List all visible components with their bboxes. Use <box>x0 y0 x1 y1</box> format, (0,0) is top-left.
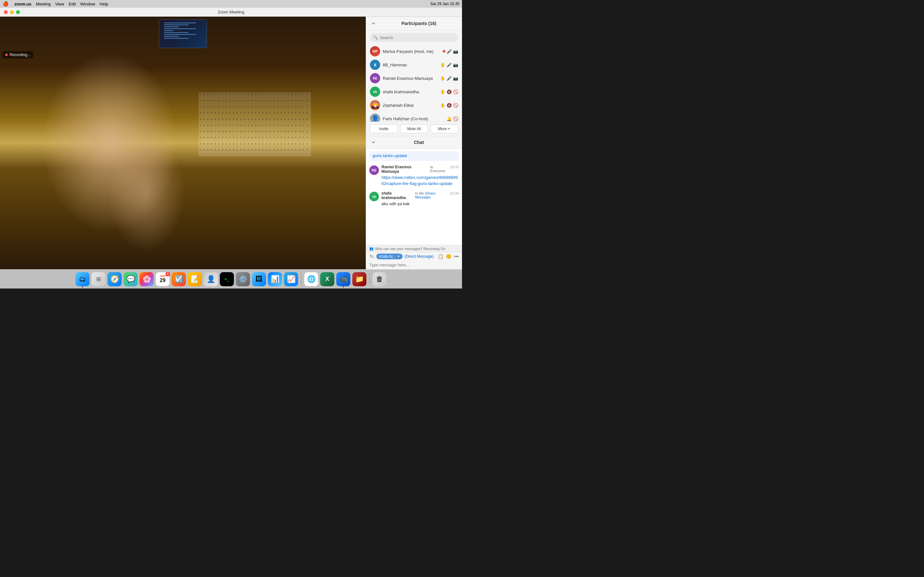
type-input-area[interactable] <box>366 261 462 269</box>
dock-app-filezilla[interactable]: 📁 <box>352 272 367 286</box>
participant-item[interactable]: 👤 Faris Hafizhan (Co-host) 🔔 🚫 <box>366 112 462 121</box>
participants-collapse-button[interactable] <box>370 20 377 27</box>
apple-logo-icon[interactable]: 🍎 <box>3 1 9 7</box>
dock-app-finder[interactable]: 🗂 <box>75 272 89 286</box>
participant-item[interactable]: sb shafa brahmaredha ✋ 🔇 🚫 <box>366 85 462 98</box>
invite-button[interactable]: Invite <box>370 124 397 133</box>
menu-edit[interactable]: Edit <box>69 2 76 6</box>
dock-trash[interactable]: 🗑 <box>373 272 387 286</box>
excel-icon: X <box>325 276 329 282</box>
mic-muted-icon: 🔇 <box>447 89 452 94</box>
dock-app-contacts[interactable]: 👤 <box>204 272 218 286</box>
avatar: MP <box>370 46 380 56</box>
file-attach-icon[interactable]: 📋 <box>438 254 443 259</box>
dock-app-calendar[interactable]: JAN 29 6 <box>156 272 170 286</box>
mic-muted-icon: 🔇 <box>447 103 452 108</box>
participant-item[interactable]: 🌄 Zephaniah Elikai ✋ 🔇 🚫 <box>366 98 462 112</box>
dock-app-safari[interactable]: 🧭 <box>107 272 121 286</box>
minimize-button[interactable] <box>10 10 14 14</box>
camera-icon: 📷 <box>453 49 458 54</box>
search-box[interactable]: 🔍 <box>370 33 458 42</box>
dock-divider <box>301 274 301 285</box>
camera-off-icon: 🚫 <box>453 116 458 121</box>
participant-name: shafa brahmaredha <box>383 89 438 94</box>
maximize-button[interactable] <box>16 10 20 14</box>
recording-text: Recording... <box>10 53 31 57</box>
participant-item[interactable]: RE Ramiel Erasmus Mamuaya ✋ 🎤 📷 <box>366 71 462 85</box>
participant-item[interactable]: 8 8B_Hammas ✋ 🎤 📷 <box>366 58 462 71</box>
code-line <box>164 38 189 39</box>
dock-app-photos[interactable]: 🌸 <box>140 272 153 286</box>
dock-app-preview[interactable]: 🖼 <box>252 272 266 286</box>
system-prefs-icon: ⚙️ <box>239 275 247 284</box>
participant-name: Faris Hafizhan (Co-host) <box>383 116 444 121</box>
participant-icons: ✋ 🔇 🚫 <box>440 89 458 94</box>
avatar: sb <box>369 192 379 201</box>
pip-code-lines <box>164 23 202 45</box>
calendar-date-icon: 29 <box>160 277 166 284</box>
zoom-running-indicator <box>342 286 344 287</box>
chat-text: aku udh ya kak <box>381 201 409 206</box>
messages-icon: 💬 <box>126 275 135 284</box>
participant-icons: ✋ 🎤 📷 <box>440 76 458 81</box>
message-input[interactable] <box>369 263 459 268</box>
chat-title: Chat <box>380 140 458 145</box>
dock-app-activity-monitor[interactable]: 📈 <box>284 272 298 286</box>
calendar-month-icon: JAN <box>160 275 166 277</box>
keynote-icon: 📊 <box>271 275 279 284</box>
chat-time: 10.33 <box>450 165 459 169</box>
menu-window[interactable]: Window <box>80 2 95 6</box>
participant-name: Marisa Paryasto (Host, me) <box>383 49 440 54</box>
participants-title: Participants (16) <box>380 21 458 26</box>
trash-icon: 🗑 <box>376 275 383 284</box>
code-line <box>164 30 174 31</box>
to-recipient-selector[interactable]: shafa br... ▼ <box>376 253 403 259</box>
dock-app-messages[interactable]: 💬 <box>124 272 137 286</box>
participant-name: Zephaniah Elikai <box>383 103 438 108</box>
dock-app-zoom[interactable]: 📹 <box>336 272 351 286</box>
chat-collapse-button[interactable] <box>370 139 377 146</box>
code-line <box>164 36 179 37</box>
traffic-lights <box>4 10 20 14</box>
code-line <box>164 34 196 35</box>
main-layout: Recording... // Generate breadboard hole… <box>0 17 462 269</box>
avatar: 👤 <box>370 113 380 121</box>
dock-app-system-preferences[interactable]: ⚙️ <box>236 272 250 286</box>
code-line <box>164 24 189 25</box>
dock-app-terminal[interactable]: >_ <box>220 272 234 286</box>
zoom-icon: 📹 <box>339 275 348 284</box>
chat-sender-name: shafa brahmaredha <box>381 191 414 200</box>
more-button[interactable]: More <box>431 124 458 133</box>
participant-icons: ✋ 🔇 🚫 <box>440 103 458 108</box>
menu-view[interactable]: View <box>55 2 64 6</box>
menu-bar-right: Sat 29 Jan 10.35 <box>430 2 459 6</box>
dock-app-keynote[interactable]: 📊 <box>268 272 282 286</box>
code-line <box>164 26 179 27</box>
chrome-icon: 🌐 <box>307 275 316 284</box>
dock-app-notes[interactable]: 📝 <box>188 272 202 286</box>
search-input[interactable] <box>380 35 455 40</box>
chat-messages[interactable]: guns-tanks-update RE Ramiel Erasmus Mamu… <box>366 149 462 245</box>
dock-app-excel[interactable]: X <box>320 272 334 286</box>
camera-icon: 📷 <box>453 76 458 81</box>
search-container: 🔍 <box>366 31 462 45</box>
dock-divider-2 <box>369 274 370 285</box>
pip-thumbnail[interactable] <box>159 19 207 48</box>
participants-header: Participants (16) <box>366 17 462 31</box>
close-button[interactable] <box>4 10 8 14</box>
more-options-icon[interactable]: ••• <box>454 254 459 259</box>
participants-section: Participants (16) 🔍 MP Marisa Paryasto (… <box>366 17 462 136</box>
dock-app-launchpad[interactable]: ⊞ <box>91 272 105 286</box>
menu-meeting[interactable]: Meeting <box>36 2 51 6</box>
pip-screen <box>159 19 207 48</box>
emoji-icon[interactable]: 🙂 <box>446 254 451 259</box>
menu-help[interactable]: Help <box>100 2 108 6</box>
chat-time: 10.34 <box>450 191 459 195</box>
mute-all-button[interactable]: Mute All <box>400 124 428 133</box>
avatar: RE <box>369 165 379 175</box>
recipient-name: shafa br... <box>379 254 396 259</box>
dock-app-chrome[interactable]: 🌐 <box>304 272 318 286</box>
dock-app-reminders[interactable]: ☑️ <box>172 272 186 286</box>
chat-link[interactable]: https://www.roblox.com/games/8668889902/… <box>381 175 458 186</box>
participant-item[interactable]: MP Marisa Paryasto (Host, me) 🎤 📷 <box>366 45 462 58</box>
